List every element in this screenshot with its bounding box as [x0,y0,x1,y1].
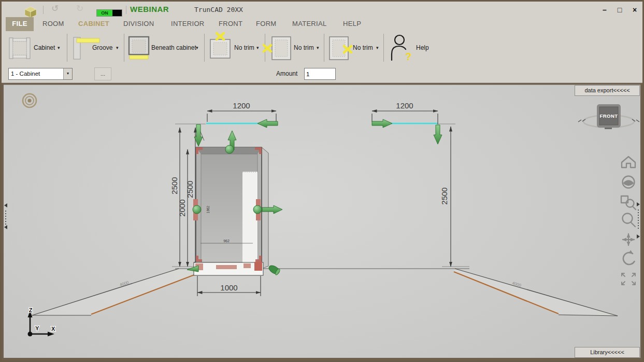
cabinet-select[interactable]: 1 - Cabinet ▾ [8,68,73,80]
viewport[interactable]: data export<<<<< Library<<<<< [4,85,640,358]
handle-ball-top[interactable] [225,145,234,154]
axis-y-label: Y [35,325,39,331]
axis-x-label: X [51,326,55,332]
handle-ball-right[interactable] [253,205,262,214]
amount-input[interactable] [304,68,336,80]
viewport-frame: data export<<<<< Library<<<<< [2,83,642,360]
tab-file[interactable]: FILE [6,17,34,31]
dim-2500-right: 2500 [440,187,449,204]
ribbon-separator [204,34,205,62]
tab-cabinet[interactable]: CABINET [78,17,109,31]
beneath-cabinet-icon[interactable] [128,36,151,61]
no-trim-left-icon[interactable] [270,35,293,61]
tab-room[interactable]: ROOM [42,17,64,31]
beneath-cabinet-dropdown-arrow-icon[interactable]: ▾ [196,31,198,66]
minimize-button[interactable]: – [599,5,610,15]
handle-ball-left[interactable] [193,205,201,214]
tab-interior[interactable]: INTERIOR [171,17,205,31]
tab-division[interactable]: DIVISION [123,17,154,31]
dim-962: 962 [223,239,230,243]
axis-z-label: Z [29,307,33,313]
cabinet-interior-panel [242,172,257,269]
beneath-cabinet-button[interactable]: Beneath cabinet [151,31,196,66]
dim-1862: 1862 [206,205,210,213]
help-person-icon[interactable]: ? [388,33,413,63]
zoom-window-icon[interactable] [621,196,636,210]
no-trim-right-icon[interactable] [328,35,351,61]
fullscreen-icon[interactable] [622,273,635,285]
tab-help[interactable]: HELP [343,17,361,31]
maximize-button[interactable]: □ [614,5,625,15]
amount-label: Amount [276,70,297,77]
cabinet-dropdown-arrow-icon[interactable]: ▾ [58,31,60,66]
dim-2500-left-outer: 2500 [170,177,179,194]
dim-2000: 2000 [178,199,187,216]
rotate-icon[interactable] [623,253,635,264]
pan-icon[interactable] [623,234,634,245]
ribbon-separator [67,34,67,62]
menu-bar: FILE ROOM CABINET DIVISION INTERIOR FRON… [2,17,642,31]
view-cube[interactable]: FRONT [578,104,639,129]
redo-icon[interactable]: ↻ [76,3,83,14]
webinar-label: WEBINAR [130,5,169,13]
undo-icon[interactable]: ↺ [51,3,59,14]
room-walls: 4000 4000 [32,124,618,316]
view-cube-front-label[interactable]: FRONT [599,113,618,119]
left-splitter[interactable] [4,203,7,229]
titlebar-separator [43,6,44,14]
ribbon-separator [124,34,124,62]
dim-1200-left: 1200 [233,101,250,110]
handle-arrow-left[interactable] [257,119,278,128]
no-trim-right-dropdown-arrow-icon[interactable]: ▾ [376,31,379,66]
tab-form[interactable]: FORM [256,17,276,31]
cabinet-icon[interactable] [8,36,31,60]
home-icon[interactable] [622,157,635,168]
titlebar-separator [126,6,126,14]
help-question-glyph: ? [405,51,411,62]
scene-canvas[interactable]: 4000 4000 [4,85,640,358]
help-button[interactable]: Help [416,31,429,66]
ribbon-toolbar: Cabinet ▾ Groove ▾ Beneath cabinet ▾ No … [2,31,642,66]
dim-1000: 1000 [220,283,237,292]
dim-1200-right: 1200 [396,101,413,110]
cabinet-button[interactable]: Cabinet [34,31,55,66]
zoom-icon[interactable] [623,214,636,227]
handle-cylinder-bottom-right[interactable] [267,264,281,276]
handle-arrow-down-right[interactable] [434,125,442,144]
ribbon-separator [324,34,324,62]
close-button[interactable]: × [629,5,640,15]
right-splitter[interactable] [637,202,640,239]
view-target-icon[interactable] [23,94,36,107]
selector-row: 1 - Cabinet ▾ ... Amount [2,66,642,83]
titlebar: ↺ ↻ ON WEBINAR TrunCAD 20XX – □ × [2,2,642,17]
groove-button[interactable]: Groove [92,31,112,66]
no-trim-top-icon[interactable] [209,35,232,61]
no-trim-top-button[interactable]: No trim [234,31,254,66]
no-trim-left-dropdown-arrow-icon[interactable]: ▾ [317,31,319,66]
toggle-on-label: ON [97,10,113,16]
app-title: TrunCAD 20XX [194,6,243,13]
application-window: ↺ ↻ ON WEBINAR TrunCAD 20XX – □ × FILE R… [0,0,644,362]
groove-dropdown-arrow-icon[interactable]: ▾ [116,31,119,66]
more-options-button[interactable]: ... [94,67,111,80]
no-trim-right-button[interactable]: No trim [353,31,373,66]
no-trim-left-button[interactable]: No trim [294,31,314,66]
ribbon-separator [383,34,384,62]
no-trim-top-dropdown-arrow-icon[interactable]: ▾ [256,31,259,66]
handle-arrow-right-wall[interactable] [372,119,392,128]
cabinet-select-value: 1 - Cabinet [9,68,63,79]
toggle-off-section [113,10,122,16]
tab-material[interactable]: MATERIAL [292,17,326,31]
on-off-toggle[interactable]: ON [96,9,122,17]
tab-front[interactable]: FRONT [219,17,242,31]
cabinet-select-arrow-icon[interactable]: ▾ [63,68,72,79]
eye-icon[interactable] [623,176,635,188]
dim-2500-left-inner: 2500 [185,180,194,198]
